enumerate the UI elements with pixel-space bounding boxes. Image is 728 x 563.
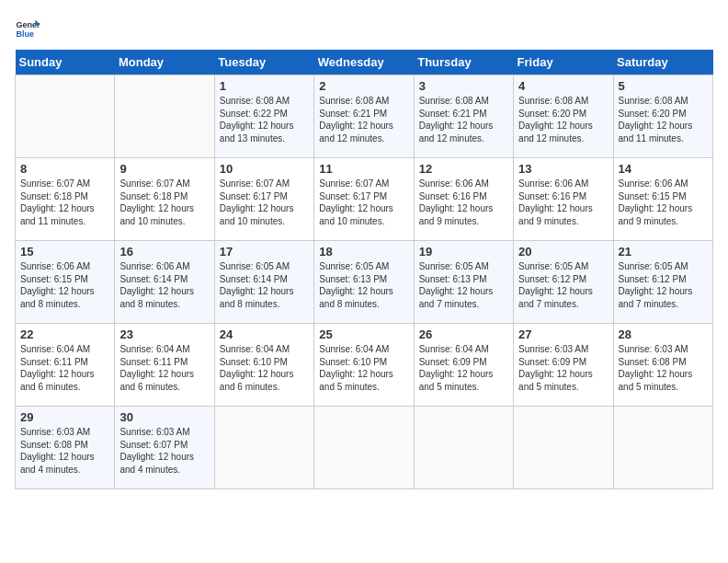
day-number: 23: [119, 327, 209, 341]
day-info: Sunrise: 6:08 AMSunset: 6:21 PMDaylight:…: [419, 95, 508, 144]
day-info: Sunrise: 6:03 AMSunset: 6:08 PMDaylight:…: [20, 426, 109, 476]
calendar-cell: 9Sunrise: 6:07 AMSunset: 6:18 PMDaylight…: [115, 158, 214, 241]
day-number: 27: [518, 327, 608, 341]
calendar-table: SundayMondayTuesdayWednesdayThursdayFrid…: [15, 50, 713, 489]
day-number: 20: [518, 245, 608, 259]
calendar-cell: 19Sunrise: 6:05 AMSunset: 6:13 PMDayligh…: [414, 241, 513, 324]
col-header-thursday: Thursday: [414, 50, 513, 75]
calendar-cell: 1Sunrise: 6:08 AMSunset: 6:22 PMDaylight…: [214, 75, 313, 158]
day-number: 2: [319, 79, 408, 93]
day-number: 12: [419, 162, 508, 176]
calendar-cell: 10Sunrise: 6:07 AMSunset: 6:17 PMDayligh…: [214, 158, 313, 241]
calendar-cell: 24Sunrise: 6:04 AMSunset: 6:10 PMDayligh…: [214, 324, 313, 407]
day-info: Sunrise: 6:05 AMSunset: 6:12 PMDaylight:…: [619, 260, 708, 310]
calendar-cell: 13Sunrise: 6:06 AMSunset: 6:16 PMDayligh…: [514, 158, 613, 241]
day-info: Sunrise: 6:07 AMSunset: 6:18 PMDaylight:…: [119, 178, 209, 227]
col-header-friday: Friday: [514, 50, 613, 75]
day-info: Sunrise: 6:08 AMSunset: 6:22 PMDaylight:…: [220, 95, 309, 144]
day-info: Sunrise: 6:06 AMSunset: 6:16 PMDaylight:…: [419, 178, 508, 227]
calendar-cell: 3Sunrise: 6:08 AMSunset: 6:21 PMDaylight…: [414, 75, 513, 158]
calendar-week-3: 15Sunrise: 6:06 AMSunset: 6:15 PMDayligh…: [16, 241, 713, 324]
col-header-saturday: Saturday: [613, 50, 712, 75]
calendar-cell: 12Sunrise: 6:06 AMSunset: 6:16 PMDayligh…: [414, 158, 513, 241]
svg-text:Blue: Blue: [16, 29, 34, 39]
calendar-cell: 21Sunrise: 6:05 AMSunset: 6:12 PMDayligh…: [613, 241, 712, 324]
day-number: 8: [20, 162, 109, 176]
day-info: Sunrise: 6:03 AMSunset: 6:08 PMDaylight:…: [619, 343, 708, 393]
day-info: Sunrise: 6:04 AMSunset: 6:10 PMDaylight:…: [220, 343, 309, 393]
day-info: Sunrise: 6:06 AMSunset: 6:15 PMDaylight:…: [20, 260, 109, 310]
calendar-cell: 22Sunrise: 6:04 AMSunset: 6:11 PMDayligh…: [16, 324, 115, 407]
day-info: Sunrise: 6:08 AMSunset: 6:20 PMDaylight:…: [518, 95, 608, 144]
calendar-cell: 29Sunrise: 6:03 AMSunset: 6:08 PMDayligh…: [16, 407, 115, 489]
day-number: 14: [619, 162, 708, 176]
calendar-cell: [613, 407, 712, 489]
day-info: Sunrise: 6:05 AMSunset: 6:13 PMDaylight:…: [419, 260, 508, 310]
col-header-sunday: Sunday: [16, 50, 115, 75]
day-number: 25: [319, 327, 408, 341]
day-info: Sunrise: 6:04 AMSunset: 6:10 PMDaylight:…: [319, 343, 408, 393]
col-header-wednesday: Wednesday: [314, 50, 414, 75]
day-info: Sunrise: 6:05 AMSunset: 6:14 PMDaylight:…: [220, 260, 309, 310]
day-number: 30: [119, 410, 209, 424]
day-number: 26: [419, 327, 508, 341]
calendar-cell: [514, 407, 613, 489]
day-info: Sunrise: 6:06 AMSunset: 6:14 PMDaylight:…: [119, 260, 209, 310]
calendar-cell: 8Sunrise: 6:07 AMSunset: 6:18 PMDaylight…: [16, 158, 115, 241]
day-number: 15: [20, 245, 109, 259]
calendar-cell: 4Sunrise: 6:08 AMSunset: 6:20 PMDaylight…: [514, 75, 613, 158]
day-number: 24: [220, 327, 309, 341]
day-number: 22: [20, 327, 109, 341]
calendar-cell: 25Sunrise: 6:04 AMSunset: 6:10 PMDayligh…: [314, 324, 414, 407]
day-number: 10: [220, 162, 309, 176]
calendar-cell: [16, 75, 115, 158]
logo-icon: General Blue: [15, 15, 40, 40]
day-number: 17: [220, 245, 309, 259]
calendar-cell: [414, 407, 513, 489]
logo: General Blue: [15, 15, 44, 40]
calendar-cell: 2Sunrise: 6:08 AMSunset: 6:21 PMDaylight…: [314, 75, 414, 158]
day-number: 29: [20, 410, 109, 424]
calendar-cell: 30Sunrise: 6:03 AMSunset: 6:07 PMDayligh…: [115, 407, 214, 489]
calendar-cell: 20Sunrise: 6:05 AMSunset: 6:12 PMDayligh…: [514, 241, 613, 324]
col-header-monday: Monday: [115, 50, 214, 75]
calendar-cell: 17Sunrise: 6:05 AMSunset: 6:14 PMDayligh…: [214, 241, 313, 324]
day-number: 3: [419, 79, 508, 93]
calendar-week-1: 1Sunrise: 6:08 AMSunset: 6:22 PMDaylight…: [16, 75, 713, 158]
day-number: 19: [419, 245, 508, 259]
day-info: Sunrise: 6:05 AMSunset: 6:13 PMDaylight:…: [319, 260, 408, 310]
calendar-cell: 5Sunrise: 6:08 AMSunset: 6:20 PMDaylight…: [613, 75, 712, 158]
day-number: 21: [619, 245, 708, 259]
calendar-cell: [115, 75, 214, 158]
day-info: Sunrise: 6:07 AMSunset: 6:17 PMDaylight:…: [220, 178, 309, 227]
day-info: Sunrise: 6:05 AMSunset: 6:12 PMDaylight:…: [518, 260, 608, 310]
calendar-cell: 18Sunrise: 6:05 AMSunset: 6:13 PMDayligh…: [314, 241, 414, 324]
calendar-cell: [214, 407, 313, 489]
calendar-cell: 26Sunrise: 6:04 AMSunset: 6:09 PMDayligh…: [414, 324, 513, 407]
col-header-tuesday: Tuesday: [214, 50, 313, 75]
calendar-cell: [314, 407, 414, 489]
calendar-cell: 15Sunrise: 6:06 AMSunset: 6:15 PMDayligh…: [16, 241, 115, 324]
day-number: 5: [619, 79, 708, 93]
day-info: Sunrise: 6:04 AMSunset: 6:11 PMDaylight:…: [20, 343, 109, 393]
day-number: 11: [319, 162, 408, 176]
day-number: 1: [220, 79, 309, 93]
day-info: Sunrise: 6:04 AMSunset: 6:09 PMDaylight:…: [419, 343, 508, 393]
calendar-week-4: 22Sunrise: 6:04 AMSunset: 6:11 PMDayligh…: [16, 324, 713, 407]
day-info: Sunrise: 6:07 AMSunset: 6:18 PMDaylight:…: [20, 178, 109, 227]
day-info: Sunrise: 6:08 AMSunset: 6:21 PMDaylight:…: [319, 95, 408, 144]
day-info: Sunrise: 6:07 AMSunset: 6:17 PMDaylight:…: [319, 178, 408, 227]
page-header: General Blue: [15, 15, 713, 40]
day-info: Sunrise: 6:04 AMSunset: 6:11 PMDaylight:…: [119, 343, 209, 393]
day-info: Sunrise: 6:03 AMSunset: 6:07 PMDaylight:…: [119, 426, 209, 476]
day-info: Sunrise: 6:08 AMSunset: 6:20 PMDaylight:…: [619, 95, 708, 144]
day-info: Sunrise: 6:06 AMSunset: 6:16 PMDaylight:…: [518, 178, 608, 227]
calendar-cell: 16Sunrise: 6:06 AMSunset: 6:14 PMDayligh…: [115, 241, 214, 324]
day-info: Sunrise: 6:06 AMSunset: 6:15 PMDaylight:…: [619, 178, 708, 227]
calendar-cell: 23Sunrise: 6:04 AMSunset: 6:11 PMDayligh…: [115, 324, 214, 407]
day-number: 18: [319, 245, 408, 259]
calendar-cell: 28Sunrise: 6:03 AMSunset: 6:08 PMDayligh…: [613, 324, 712, 407]
calendar-cell: 11Sunrise: 6:07 AMSunset: 6:17 PMDayligh…: [314, 158, 414, 241]
calendar-cell: 14Sunrise: 6:06 AMSunset: 6:15 PMDayligh…: [613, 158, 712, 241]
day-number: 9: [119, 162, 209, 176]
